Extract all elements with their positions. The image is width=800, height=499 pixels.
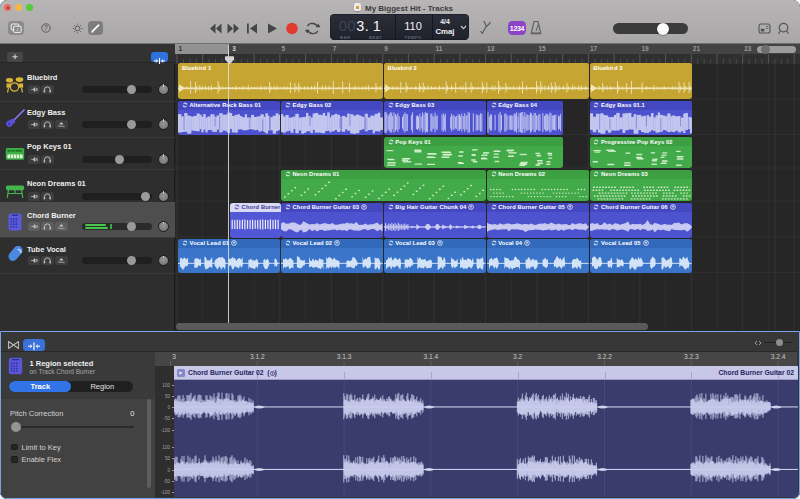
svg-text:?: ? [44, 24, 48, 31]
svg-text:♪: ♪ [15, 26, 18, 32]
